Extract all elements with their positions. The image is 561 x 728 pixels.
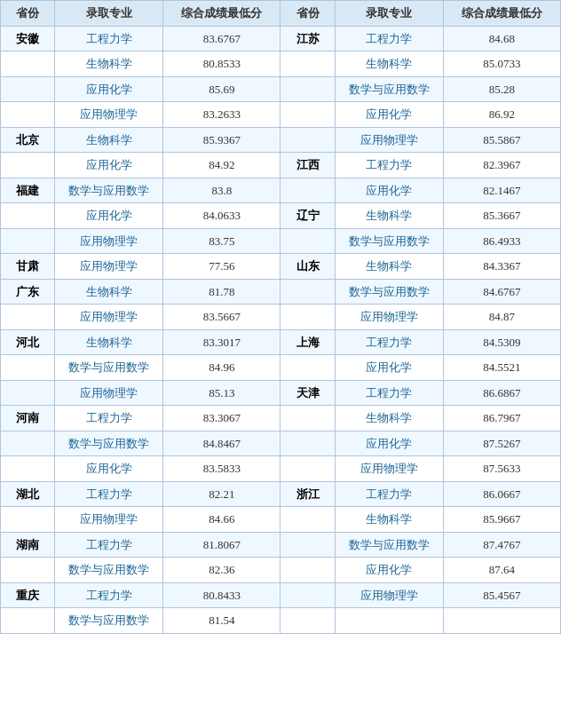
table-row: 河北生物科学83.3017上海工程力学84.5309 <box>1 329 561 355</box>
score-left: 85.69 <box>163 76 280 102</box>
major-right: 应用化学 <box>335 178 443 203</box>
province-right <box>280 507 335 533</box>
score-right: 84.87 <box>443 305 560 330</box>
score-left: 80.8433 <box>163 582 280 608</box>
province-right <box>280 51 335 77</box>
table-row: 数学与应用数学81.54 <box>1 608 561 634</box>
major-right: 数学与应用数学 <box>335 532 443 558</box>
major-left: 数学与应用数学 <box>55 355 163 381</box>
province-left: 湖南 <box>1 532 55 558</box>
major-right: 应用化学 <box>335 558 443 583</box>
score-right: 82.3967 <box>443 153 560 178</box>
table-row: 安徽工程力学83.6767江苏工程力学84.68 <box>1 26 561 51</box>
major-right: 应用物理学 <box>335 305 443 330</box>
score-right: 86.92 <box>443 102 560 128</box>
table-row: 湖南工程力学81.8067数学与应用数学87.4767 <box>1 532 561 558</box>
major-right: 应用化学 <box>335 431 443 456</box>
major-left: 应用化学 <box>55 456 163 482</box>
score-right: 85.28 <box>443 76 560 102</box>
table-row: 数学与应用数学84.96应用化学84.5521 <box>1 355 561 381</box>
table-row: 数学与应用数学84.8467应用化学87.5267 <box>1 431 561 456</box>
major-left: 生物科学 <box>55 127 163 153</box>
major-right: 生物科学 <box>335 406 443 431</box>
province-right <box>280 178 335 203</box>
table-header-row: 省份 录取专业 综合成绩最低分 省份 录取专业 综合成绩最低分 <box>1 1 561 27</box>
province-left <box>1 558 55 583</box>
province-right <box>280 228 335 254</box>
province-left: 福建 <box>1 178 55 203</box>
major-left: 应用物理学 <box>55 254 163 280</box>
province-right <box>280 76 335 102</box>
major-left: 工程力学 <box>55 481 163 507</box>
province-left: 甘肃 <box>1 254 55 280</box>
major-right: 数学与应用数学 <box>335 228 443 254</box>
major-left: 数学与应用数学 <box>55 558 163 583</box>
table-row: 应用物理学83.2633应用化学86.92 <box>1 102 561 128</box>
province-right <box>280 305 335 330</box>
province-left: 北京 <box>1 127 55 153</box>
table-row: 广东生物科学81.78数学与应用数学84.6767 <box>1 279 561 305</box>
major-right: 应用物理学 <box>335 582 443 608</box>
province-left: 安徽 <box>1 26 55 51</box>
score-right: 84.3367 <box>443 254 560 280</box>
score-right: 85.3667 <box>443 203 560 229</box>
score-left: 81.8067 <box>163 532 280 558</box>
score-left: 77.56 <box>163 254 280 280</box>
major-right: 应用化学 <box>335 102 443 128</box>
province-left: 河北 <box>1 329 55 355</box>
province-left <box>1 51 55 77</box>
major-left: 数学与应用数学 <box>55 608 163 634</box>
province-right <box>280 431 335 456</box>
score-right: 85.4567 <box>443 582 560 608</box>
major-right: 工程力学 <box>335 481 443 507</box>
table-row: 湖北工程力学82.21浙江工程力学86.0667 <box>1 481 561 507</box>
major-left: 数学与应用数学 <box>55 431 163 456</box>
province-left <box>1 228 55 254</box>
table-row: 福建数学与应用数学83.8应用化学82.1467 <box>1 178 561 203</box>
score-left: 83.75 <box>163 228 280 254</box>
table-row: 应用物理学83.75数学与应用数学86.4933 <box>1 228 561 254</box>
header-score-left: 综合成绩最低分 <box>163 1 280 27</box>
score-right: 87.5267 <box>443 431 560 456</box>
header-major-right: 录取专业 <box>335 1 443 27</box>
score-left: 84.0633 <box>163 203 280 229</box>
major-right: 工程力学 <box>335 329 443 355</box>
major-right: 应用物理学 <box>335 456 443 482</box>
score-left: 83.3067 <box>163 406 280 431</box>
score-left: 81.54 <box>163 608 280 634</box>
score-right: 86.4933 <box>443 228 560 254</box>
table-row: 重庆工程力学80.8433应用物理学85.4567 <box>1 582 561 608</box>
province-right <box>280 558 335 583</box>
province-left <box>1 507 55 533</box>
province-right: 山东 <box>280 254 335 280</box>
major-left: 应用物理学 <box>55 228 163 254</box>
table-row: 甘肃应用物理学77.56山东生物科学84.3367 <box>1 254 561 280</box>
major-left: 应用化学 <box>55 153 163 178</box>
score-right: 86.0667 <box>443 481 560 507</box>
score-left: 83.5667 <box>163 305 280 330</box>
province-right <box>280 532 335 558</box>
major-left: 工程力学 <box>55 532 163 558</box>
major-left: 工程力学 <box>55 26 163 51</box>
table-row: 生物科学80.8533生物科学85.0733 <box>1 51 561 77</box>
score-right: 84.68 <box>443 26 560 51</box>
province-left <box>1 153 55 178</box>
score-left: 83.3017 <box>163 329 280 355</box>
major-left: 应用化学 <box>55 203 163 229</box>
score-left: 83.5833 <box>163 456 280 482</box>
table-row: 应用物理学85.13天津工程力学86.6867 <box>1 380 561 406</box>
province-right <box>280 582 335 608</box>
major-right: 工程力学 <box>335 380 443 406</box>
province-left <box>1 76 55 102</box>
score-left: 84.8467 <box>163 431 280 456</box>
score-left: 83.8 <box>163 178 280 203</box>
score-right: 87.4767 <box>443 532 560 558</box>
main-table-wrapper: 省份 录取专业 综合成绩最低分 省份 录取专业 综合成绩最低分 安徽工程力学83… <box>0 0 561 634</box>
score-table: 省份 录取专业 综合成绩最低分 省份 录取专业 综合成绩最低分 安徽工程力学83… <box>0 0 561 634</box>
major-left: 生物科学 <box>55 51 163 77</box>
major-left: 工程力学 <box>55 406 163 431</box>
major-left: 应用物理学 <box>55 380 163 406</box>
major-right: 数学与应用数学 <box>335 76 443 102</box>
score-left: 83.6767 <box>163 26 280 51</box>
province-right <box>280 279 335 305</box>
